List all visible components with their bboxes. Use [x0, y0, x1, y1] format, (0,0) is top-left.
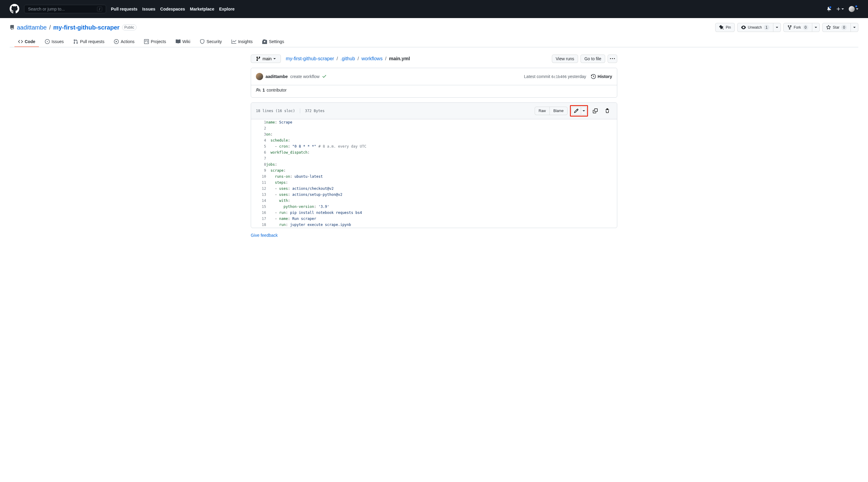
code-icon	[18, 39, 23, 44]
fork-button[interactable]: Fork 0	[783, 23, 812, 32]
branch-icon	[256, 56, 261, 61]
repo-owner-link[interactable]: aadittambe	[17, 24, 47, 31]
contributor-label: contributor	[267, 88, 287, 93]
nav-pull-requests[interactable]: Pull requests	[111, 7, 137, 11]
commit-sha-link[interactable]: 6c1b406	[552, 75, 567, 79]
tab-settings[interactable]: Settings	[258, 37, 288, 47]
pin-label: Pin	[726, 25, 731, 30]
branch-name: main	[262, 56, 272, 61]
line-content: schedule:	[266, 137, 617, 143]
give-feedback-link[interactable]: Give feedback	[251, 233, 617, 238]
code-line: 12 - uses: actions/checkout@v2	[251, 186, 617, 192]
edit-file-button[interactable]	[571, 107, 581, 115]
fork-dropdown[interactable]	[812, 23, 820, 32]
line-number[interactable]: 1	[251, 119, 266, 125]
star-label: Star	[833, 25, 839, 30]
branch-select-button[interactable]: main	[251, 55, 281, 63]
breadcrumb-workflows[interactable]: workflows	[361, 56, 382, 61]
contributors-inner[interactable]: 1 contributor	[256, 88, 612, 93]
edit-dropdown-button[interactable]	[581, 107, 587, 115]
pin-button[interactable]: Pin	[715, 23, 735, 32]
trash-icon	[605, 108, 610, 113]
gear-icon	[262, 39, 267, 44]
more-options-button[interactable]	[608, 55, 617, 63]
tab-issues[interactable]: Issues	[41, 37, 67, 47]
code-line: 13 - uses: actions/setup-python@v2	[251, 192, 617, 198]
line-number[interactable]: 7	[251, 155, 266, 161]
nav-issues[interactable]: Issues	[142, 7, 156, 11]
nav-explore[interactable]: Explore	[219, 7, 235, 11]
star-dropdown[interactable]	[851, 23, 858, 32]
repo-name-link[interactable]: my-first-github-scraper	[53, 24, 120, 31]
breadcrumb-root[interactable]: my-first-github-scraper	[286, 56, 334, 61]
line-number[interactable]: 3	[251, 131, 266, 137]
delete-button[interactable]	[602, 107, 612, 115]
code-line: 16 - run: pip install notebook requests …	[251, 210, 617, 216]
tab-insights[interactable]: Insights	[228, 37, 256, 47]
line-number[interactable]: 4	[251, 137, 266, 143]
pull-request-icon	[73, 39, 78, 44]
tab-code[interactable]: Code	[14, 37, 39, 47]
tab-projects[interactable]: Projects	[141, 37, 170, 47]
line-number[interactable]: 6	[251, 150, 266, 155]
history-link[interactable]: History	[591, 74, 612, 79]
watch-dropdown[interactable]	[773, 23, 781, 32]
commit-message[interactable]: create workflow	[290, 74, 319, 79]
breadcrumb-github[interactable]: .github	[341, 56, 355, 61]
user-menu[interactable]	[849, 6, 858, 12]
go-to-file-button[interactable]: Go to file	[581, 55, 605, 63]
unwatch-button[interactable]: Unwatch 1	[737, 23, 773, 32]
star-button-group: Star 0	[822, 23, 858, 32]
nav-codespaces[interactable]: Codespaces	[160, 7, 185, 11]
star-button[interactable]: Star 0	[822, 23, 851, 32]
tab-projects-label: Projects	[151, 39, 166, 44]
tab-security[interactable]: Security	[196, 37, 225, 47]
github-logo-icon[interactable]	[10, 4, 19, 14]
line-number[interactable]: 16	[251, 210, 266, 216]
line-number[interactable]: 5	[251, 143, 266, 150]
line-number[interactable]: 11	[251, 180, 266, 186]
caret-down-icon	[815, 27, 817, 28]
code-line: 18 run: jupyter execute scrape.ipynb	[251, 222, 617, 228]
check-icon[interactable]	[322, 74, 327, 79]
line-number[interactable]: 12	[251, 186, 266, 192]
search-input[interactable]	[28, 7, 97, 11]
line-number[interactable]: 15	[251, 204, 266, 210]
line-number[interactable]: 2	[251, 125, 266, 131]
commit-header: aadittambe create workflow Latest commit…	[251, 68, 617, 85]
line-content: - uses: actions/checkout@v2	[266, 186, 617, 192]
nav-marketplace[interactable]: Marketplace	[190, 7, 214, 11]
blame-button[interactable]: Blame	[550, 107, 567, 115]
line-number[interactable]: 10	[251, 173, 266, 180]
tab-insights-label: Insights	[238, 39, 253, 44]
line-number[interactable]: 18	[251, 222, 266, 228]
tab-wiki[interactable]: Wiki	[172, 37, 194, 47]
notification-indicator-icon	[829, 6, 832, 9]
commit-right: Latest commit 6c1b406 yesterday History	[524, 74, 612, 79]
line-number[interactable]: 14	[251, 198, 266, 204]
main-content: main my-first-github-scraper / .github /…	[241, 47, 627, 245]
view-runs-button[interactable]: View runs	[552, 55, 578, 63]
commit-author-link[interactable]: aadittambe	[266, 74, 288, 79]
caret-down-icon	[853, 27, 856, 28]
tab-pull-requests[interactable]: Pull requests	[70, 37, 108, 47]
raw-button[interactable]: Raw	[535, 107, 550, 115]
caret-down-icon	[856, 8, 858, 10]
notifications-button[interactable]	[827, 6, 831, 12]
line-number[interactable]: 9	[251, 167, 266, 173]
line-number[interactable]: 17	[251, 216, 266, 222]
copy-button[interactable]	[590, 107, 600, 115]
tab-actions[interactable]: Actions	[110, 37, 138, 47]
issue-icon	[45, 39, 50, 44]
header-left: / Pull requests Issues Codespaces Market…	[10, 4, 235, 14]
tab-issues-label: Issues	[52, 39, 64, 44]
file-breadcrumb: my-first-github-scraper / .github / work…	[286, 56, 410, 61]
repo-icon	[10, 25, 14, 30]
commit-author-avatar[interactable]	[256, 73, 263, 80]
global-search-box[interactable]: /	[24, 5, 106, 13]
caret-down-icon	[273, 58, 276, 59]
line-number[interactable]: 8	[251, 161, 266, 167]
repo-actions: Pin Unwatch 1 Fork 0	[715, 23, 858, 32]
line-number[interactable]: 13	[251, 192, 266, 198]
create-new-menu[interactable]	[836, 7, 844, 11]
